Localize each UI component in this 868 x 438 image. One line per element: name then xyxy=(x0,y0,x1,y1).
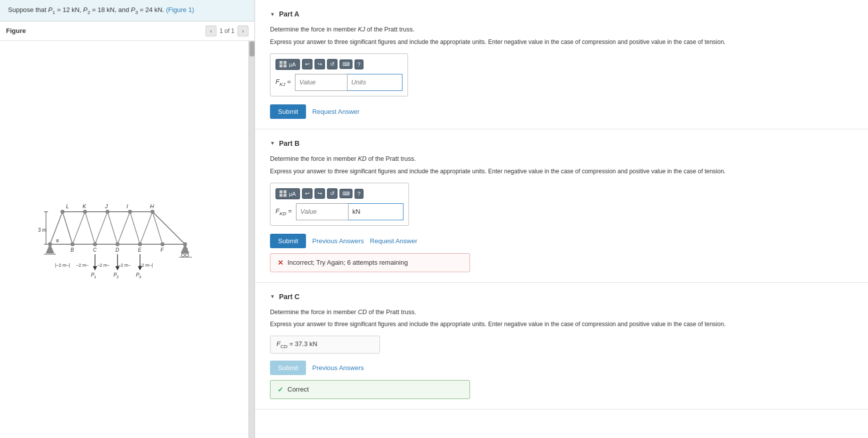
svg-point-27 xyxy=(70,242,74,246)
part-c-collapse-icon: ▼ xyxy=(270,294,275,299)
part-b-previous-answers-link[interactable]: Previous Answers xyxy=(312,237,364,245)
svg-line-25 xyxy=(62,212,72,244)
undo-button-a[interactable]: ↩ xyxy=(302,59,312,69)
svg-point-28 xyxy=(93,242,97,246)
undo-button-b[interactable]: ↩ xyxy=(302,188,312,199)
next-page-button[interactable]: › xyxy=(238,25,248,36)
figure-header: Figure ‹ 1 of 1 › xyxy=(0,21,254,41)
svg-text:C: C xyxy=(93,247,97,253)
figure-link[interactable]: (Figure 1) xyxy=(166,6,194,13)
svg-text:J: J xyxy=(104,203,108,209)
svg-text:L: L xyxy=(66,203,69,209)
part-b-submit-button[interactable]: Submit xyxy=(270,234,306,248)
svg-line-19 xyxy=(130,212,140,244)
part-a-toolbar: μA ↩ ↪ ↺ ⌨ ? xyxy=(276,59,402,70)
grid-button-b[interactable]: μA xyxy=(276,188,300,199)
svg-point-49 xyxy=(186,254,188,257)
part-a-instruction: Express your answer to three significant… xyxy=(270,37,853,46)
part-c-instruction: Express your answer to three significant… xyxy=(270,320,853,329)
part-c-title: Part C xyxy=(279,293,300,301)
redo-button-a[interactable]: ↪ xyxy=(314,59,325,69)
svg-line-18 xyxy=(108,212,118,244)
svg-line-17 xyxy=(85,212,95,244)
svg-text:|−2 m−|: |−2 m−| xyxy=(55,263,70,268)
part-b-request-answer-link[interactable]: Request Answer xyxy=(370,237,418,245)
figure-title: Figure xyxy=(6,27,26,34)
check-icon: ✓ xyxy=(278,386,284,394)
part-c-action-row: Submit Previous Answers xyxy=(270,361,853,375)
part-c-correct-banner: ✓ Correct xyxy=(270,380,470,399)
part-a-header[interactable]: ▼ Part A xyxy=(270,10,853,18)
refresh-button-a[interactable]: ↺ xyxy=(327,59,338,69)
right-panel: ▼ Part A Determine the force in member K… xyxy=(255,0,868,438)
svg-point-30 xyxy=(138,242,142,246)
svg-text:K: K xyxy=(82,203,86,209)
svg-marker-45 xyxy=(46,244,54,253)
svg-text:E: E xyxy=(138,247,142,253)
svg-text:F: F xyxy=(160,247,164,253)
svg-text:−2 m−: −2 m− xyxy=(76,263,89,268)
figure-area: Figure ‹ 1 of 1 › L K J I H 3 m xyxy=(0,21,254,438)
svg-point-36 xyxy=(128,210,132,214)
svg-text:−2 m−: −2 m− xyxy=(97,263,110,268)
svg-text:−2 m−|: −2 m−| xyxy=(139,263,153,268)
svg-line-23 xyxy=(118,212,130,244)
svg-point-29 xyxy=(116,242,120,246)
part-a-input-box: μA ↩ ↪ ↺ ⌨ ? FKJ = xyxy=(270,53,408,96)
svg-text:B: B xyxy=(70,247,74,253)
redo-button-b[interactable]: ↪ xyxy=(314,188,325,199)
part-b-units-input[interactable] xyxy=(348,203,404,220)
part-c-header[interactable]: ▼ Part C xyxy=(270,293,853,301)
scrollbar[interactable] xyxy=(248,41,254,438)
keyboard-button-b[interactable]: ⌨ xyxy=(340,189,352,198)
help-button-a[interactable]: ? xyxy=(354,59,364,69)
part-c-section: ▼ Part C Determine the force in member C… xyxy=(255,283,868,410)
part-a-title: Part A xyxy=(279,10,300,18)
mu-label-a: μA xyxy=(289,61,296,67)
grid-button-a[interactable]: μA xyxy=(276,59,300,70)
svg-line-24 xyxy=(140,212,152,244)
svg-text:2: 2 xyxy=(116,275,119,279)
part-b-incorrect-banner: ✕ Incorrect; Try Again; 6 attempts remai… xyxy=(270,253,470,272)
part-b-value-input[interactable] xyxy=(296,203,348,220)
figure-content: L K J I H 3 m xyxy=(0,41,254,438)
part-b-input-row: FKD = xyxy=(276,203,404,220)
help-button-b[interactable]: ? xyxy=(354,189,364,199)
part-c-description: Determine the force in member CD of the … xyxy=(270,308,853,317)
figure-nav: ‹ 1 of 1 › xyxy=(206,25,248,36)
svg-text:H: H xyxy=(150,203,154,209)
part-a-request-answer-link[interactable]: Request Answer xyxy=(312,108,360,115)
part-a-input-row: FKJ = xyxy=(276,74,402,91)
incorrect-message: Incorrect; Try Again; 6 attempts remaini… xyxy=(288,259,408,266)
part-b-action-row: Submit Previous Answers Request Answer xyxy=(270,234,853,248)
truss-figure: L K J I H 3 m xyxy=(35,194,220,284)
svg-point-35 xyxy=(106,210,110,214)
part-c-submit-button[interactable]: Submit xyxy=(270,361,306,375)
part-c-answer-display: FCD = 37.3 kN xyxy=(270,336,380,354)
part-b-collapse-icon: ▼ xyxy=(270,140,275,146)
prev-page-button[interactable]: ‹ xyxy=(206,25,216,36)
refresh-button-b[interactable]: ↺ xyxy=(327,188,338,199)
svg-text:3 m: 3 m xyxy=(38,227,46,233)
scroll-thumb[interactable] xyxy=(250,41,254,56)
keyboard-button-a[interactable]: ⌨ xyxy=(340,59,352,69)
part-a-units-input[interactable] xyxy=(348,74,402,91)
page-info: 1 of 1 xyxy=(220,27,234,34)
x-icon: ✕ xyxy=(278,259,284,267)
part-a-equation-label: FKJ = xyxy=(276,78,291,87)
part-b-input-box: μA ↩ ↪ ↺ ⌨ ? FKD = xyxy=(270,183,409,226)
part-a-value-input[interactable] xyxy=(295,74,348,91)
part-b-header[interactable]: ▼ Part B xyxy=(270,139,853,147)
part-a-submit-button[interactable]: Submit xyxy=(270,104,306,119)
part-b-section: ▼ Part B Determine the force in member K… xyxy=(255,129,868,283)
grid-icon-a xyxy=(280,61,286,68)
svg-text:D: D xyxy=(116,247,119,253)
part-b-equation-label: FKD = xyxy=(276,207,292,216)
part-a-section: ▼ Part A Determine the force in member K… xyxy=(255,0,868,129)
part-c-previous-answers-link[interactable]: Previous Answers xyxy=(312,364,364,372)
part-b-description: Determine the force in member KD of the … xyxy=(270,154,853,164)
correct-message: Correct xyxy=(288,386,309,393)
part-b-title: Part B xyxy=(279,139,300,147)
svg-point-31 xyxy=(160,242,164,246)
part-b-instruction: Express your answer to three significant… xyxy=(270,167,853,176)
